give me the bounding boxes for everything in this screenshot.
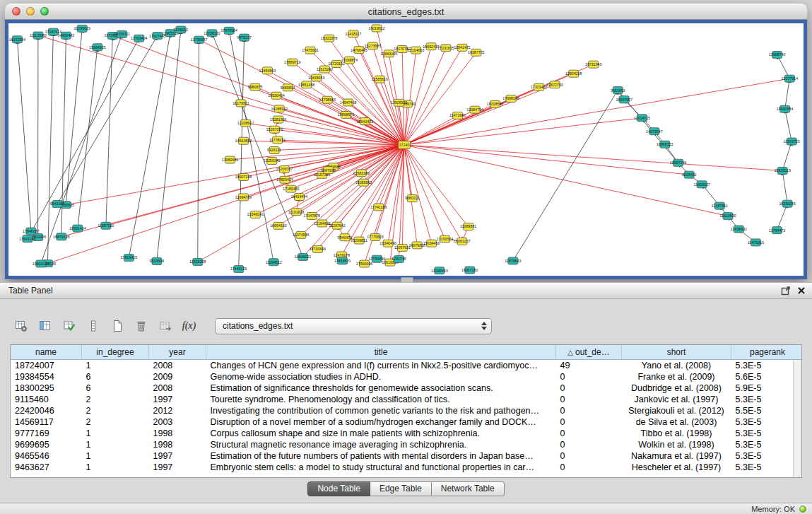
function-builder-icon[interactable]: f(x) [180, 317, 199, 336]
cell-title[interactable]: Genome-wide association studies in ADHD. [206, 371, 556, 382]
cell-short[interactable]: Tibbo et al. (1998) [622, 428, 731, 439]
cell-year[interactable]: 2009 [149, 371, 206, 382]
table-options-icon[interactable] [11, 317, 30, 336]
cell-in_degree[interactable]: 2 [82, 394, 149, 405]
table-selector-dropdown[interactable]: citations_edges.txt [215, 318, 492, 334]
column-header-year[interactable]: year [149, 345, 206, 360]
tab-edge-table[interactable]: Edge Table [370, 481, 432, 496]
cell-short[interactable]: Hescheler et al. (1997) [622, 462, 731, 473]
cell-year[interactable]: 2008 [149, 382, 206, 394]
cell-out_de[interactable]: 0 [556, 439, 622, 450]
cell-short[interactable]: Franke et al. (2009) [622, 371, 731, 382]
cell-name[interactable]: 18300295 [11, 382, 82, 394]
table-row[interactable]: 1830029562008Estimation of significance … [11, 382, 802, 394]
cell-pagerank[interactable]: 5.3E-5 [731, 394, 803, 405]
cell-out_de[interactable]: 49 [556, 360, 622, 372]
cell-out_de[interactable]: 0 [556, 450, 622, 462]
cell-in_degree[interactable]: 1 [82, 450, 149, 462]
cell-in_degree[interactable]: 6 [82, 371, 149, 382]
float-panel-icon[interactable] [781, 286, 791, 296]
tab-node-table[interactable]: Node Table [307, 481, 370, 496]
cell-pagerank[interactable]: 5.3E-5 [731, 360, 803, 372]
cell-short[interactable]: Stergiakouli et al. (2012) [622, 405, 731, 416]
delete-icon[interactable] [131, 317, 151, 336]
table-row[interactable]: 969969511998Structural magnetic resonanc… [11, 439, 802, 450]
cell-in_degree[interactable]: 2 [82, 405, 149, 416]
cell-in_degree[interactable]: 6 [82, 382, 149, 394]
cell-short[interactable]: Nakamura et al. (1997) [622, 450, 731, 462]
minimize-button[interactable] [26, 7, 35, 16]
table-row[interactable]: 1872400712008Changes of HCN gene express… [11, 360, 802, 372]
cell-pagerank[interactable]: 5.5E-5 [731, 405, 803, 416]
cell-name[interactable]: 9699695 [11, 439, 82, 450]
cell-out_de[interactable]: 0 [556, 416, 622, 428]
cell-name[interactable]: 9463627 [11, 462, 82, 473]
cell-title[interactable]: Corpus callosum shape and size in male p… [206, 428, 556, 439]
cell-title[interactable]: Structural magnetic resonance image aver… [206, 439, 556, 450]
cell-in_degree[interactable]: 2 [82, 416, 149, 428]
column-header-pagerank[interactable]: pagerank [731, 345, 803, 360]
cell-title[interactable]: Changes of HCN gene expression and I(f) … [206, 360, 556, 372]
cell-name[interactable]: 18724007 [11, 360, 82, 372]
cell-pagerank[interactable]: 5.3E-5 [731, 416, 803, 428]
close-button[interactable] [12, 7, 20, 16]
cell-title[interactable]: Investigating the contribution of common… [206, 405, 556, 416]
cell-out_de[interactable]: 0 [556, 371, 622, 382]
tab-network-table[interactable]: Network Table [432, 481, 505, 496]
cell-out_de[interactable]: 0 [556, 382, 622, 394]
select-mode-icon[interactable] [59, 317, 78, 336]
cell-out_de[interactable]: 0 [556, 405, 622, 416]
cell-name[interactable]: 9115460 [11, 394, 82, 405]
window-titlebar[interactable]: citations_edges.txt [5, 4, 807, 20]
cell-year[interactable]: 2003 [149, 416, 206, 428]
table-row[interactable]: 946554611997Estimation of the future num… [11, 450, 802, 462]
cell-short[interactable]: Yano et al. (2008) [622, 360, 731, 372]
cell-pagerank[interactable]: 5.3E-5 [731, 439, 803, 450]
cell-title[interactable]: Estimation of the future numbers of pati… [206, 450, 556, 462]
cell-year[interactable]: 1997 [149, 462, 206, 473]
cell-title[interactable]: Tourette syndrome. Phenomenology and cla… [206, 394, 556, 405]
table-row[interactable]: 911546021997Tourette syndrome. Phenomeno… [11, 394, 802, 405]
new-file-icon[interactable] [107, 317, 126, 336]
cell-title[interactable]: Estimation of significance thresholds fo… [206, 382, 556, 394]
table-row[interactable]: 1938455462009Genome-wide association stu… [11, 371, 802, 382]
cell-in_degree[interactable]: 1 [82, 462, 149, 473]
cell-name[interactable]: 9465546 [11, 450, 82, 462]
cell-in_degree[interactable]: 1 [82, 439, 149, 450]
table-row[interactable]: 946362711997Embryonic stem cells: a mode… [11, 462, 802, 473]
column-header-in_degree[interactable]: in_degree [82, 345, 149, 360]
cell-pagerank[interactable]: 5.9E-5 [731, 382, 803, 394]
table-row[interactable]: 2242004622012Investigating the contribut… [11, 405, 802, 416]
show-columns-icon[interactable] [35, 317, 54, 336]
row-tools-icon[interactable] [83, 317, 102, 336]
cell-year[interactable]: 2008 [149, 360, 206, 372]
column-header-name[interactable]: name [11, 345, 82, 360]
cell-short[interactable]: Dudbridge et al. (2008) [622, 382, 731, 394]
column-header-out_de[interactable]: △out_de… [556, 345, 622, 360]
table-row[interactable]: 1456911722003Disruption of a novel membe… [11, 416, 802, 428]
cell-name[interactable]: 14569117 [11, 416, 82, 428]
cell-pagerank[interactable]: 5.3E-5 [731, 428, 803, 439]
cell-title[interactable]: Disruption of a novel member of a sodium… [206, 416, 556, 428]
cell-short[interactable]: de Silva et al. (2003) [622, 416, 731, 428]
table-row[interactable]: 977716911998Corpus callosum shape and si… [11, 428, 802, 439]
cell-name[interactable]: 19384554 [11, 371, 82, 382]
cell-pagerank[interactable]: 5.3E-5 [731, 450, 803, 462]
cell-in_degree[interactable]: 1 [82, 428, 149, 439]
cell-short[interactable]: Jankovic et al. (1997) [622, 394, 731, 405]
cell-out_de[interactable]: 0 [556, 428, 622, 439]
import-table-icon[interactable] [155, 317, 175, 336]
cell-year[interactable]: 1997 [149, 394, 206, 405]
zoom-button[interactable] [40, 7, 49, 16]
cell-pagerank[interactable]: 5.3E-5 [731, 462, 803, 473]
cell-short[interactable]: Wolkin et al. (1998) [622, 439, 731, 450]
cell-in_degree[interactable]: 1 [82, 360, 149, 372]
close-panel-icon[interactable] [796, 286, 806, 296]
cell-out_de[interactable]: 0 [556, 394, 622, 405]
cell-out_de[interactable]: 0 [556, 462, 622, 473]
table-scrollbar[interactable] [793, 360, 801, 477]
cell-year[interactable]: 1998 [149, 439, 206, 450]
cell-title[interactable]: Embryonic stem cells: a model to study s… [206, 462, 556, 473]
cell-year[interactable]: 1997 [149, 450, 206, 462]
cell-pagerank[interactable]: 5.6E-5 [731, 371, 803, 382]
